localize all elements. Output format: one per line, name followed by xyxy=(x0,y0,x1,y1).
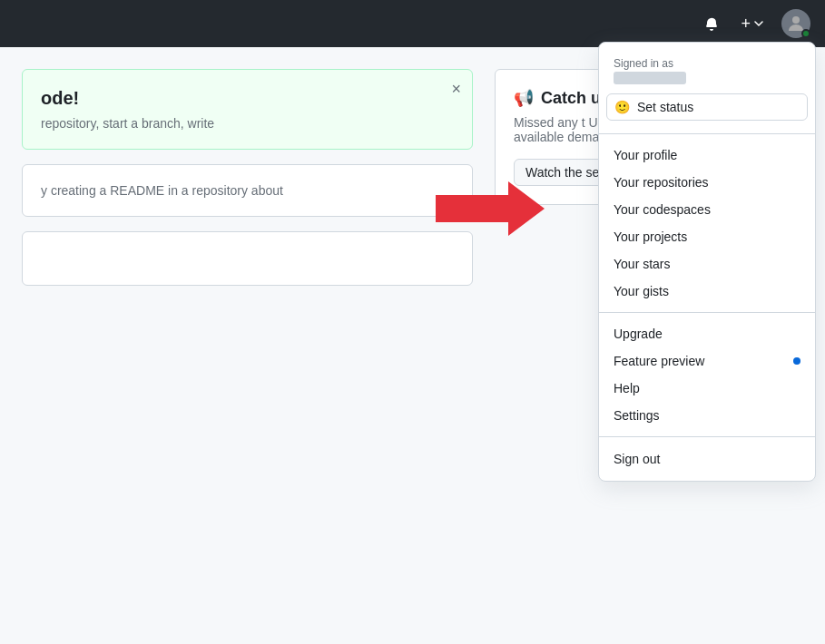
profile-nav-section: Your profile Your repositories Your code… xyxy=(599,134,815,313)
your-profile-item[interactable]: Your profile xyxy=(599,141,815,169)
set-status-label: Set status xyxy=(637,100,693,114)
help-item[interactable]: Help xyxy=(599,375,815,402)
your-codespaces-item[interactable]: Your codespaces xyxy=(599,196,815,223)
avatar-menu-trigger[interactable] xyxy=(781,9,810,38)
feature-preview-dot xyxy=(793,357,800,365)
chevron-down-icon xyxy=(754,19,763,28)
your-projects-item[interactable]: Your projects xyxy=(599,223,815,250)
sign-out-section: Sign out xyxy=(599,437,815,481)
sign-out-item[interactable]: Sign out xyxy=(599,444,815,473)
svg-point-0 xyxy=(792,16,800,24)
set-status-button[interactable]: 🙂 Set status xyxy=(606,93,808,121)
feature-preview-item[interactable]: Feature preview xyxy=(599,347,815,375)
left-panel: × ode! repository, start a branch, write… xyxy=(22,69,473,286)
your-repositories-item[interactable]: Your repositories xyxy=(599,169,815,196)
bell-icon xyxy=(704,16,719,31)
plus-icon: + xyxy=(741,15,751,34)
welcome-card: × ode! repository, start a branch, write xyxy=(22,69,473,150)
new-button[interactable]: + xyxy=(737,11,767,37)
your-stars-item[interactable]: Your stars xyxy=(599,250,815,278)
smiley-icon: 🙂 xyxy=(614,100,630,114)
welcome-card-title: ode! xyxy=(41,88,454,109)
your-gists-item[interactable]: Your gists xyxy=(599,278,815,305)
readme-card: y creating a README in a repository abou… xyxy=(22,164,473,217)
signed-in-label: Signed in as xyxy=(614,57,800,70)
welcome-card-text: repository, start a branch, write xyxy=(41,116,454,131)
avatar-status-dot xyxy=(801,29,810,38)
dropdown-header: Signed in as xyxy=(599,50,815,88)
username-display xyxy=(614,72,686,84)
user-dropdown-menu: Signed in as 🙂 Set status Your profile Y… xyxy=(598,42,816,482)
header-actions: + xyxy=(701,9,810,38)
header: + xyxy=(0,0,825,47)
megaphone-icon: 📢 xyxy=(514,88,534,108)
notifications-button[interactable] xyxy=(701,13,722,34)
upgrade-item[interactable]: Upgrade xyxy=(599,320,815,347)
close-welcome-card-button[interactable]: × xyxy=(451,81,461,97)
empty-card xyxy=(22,231,473,286)
readme-card-text: y creating a README in a repository abou… xyxy=(41,183,454,198)
settings-nav-section: Upgrade Feature preview Help Settings xyxy=(599,313,815,437)
settings-item[interactable]: Settings xyxy=(599,402,815,429)
signed-in-section: Signed in as 🙂 Set status xyxy=(599,43,815,134)
